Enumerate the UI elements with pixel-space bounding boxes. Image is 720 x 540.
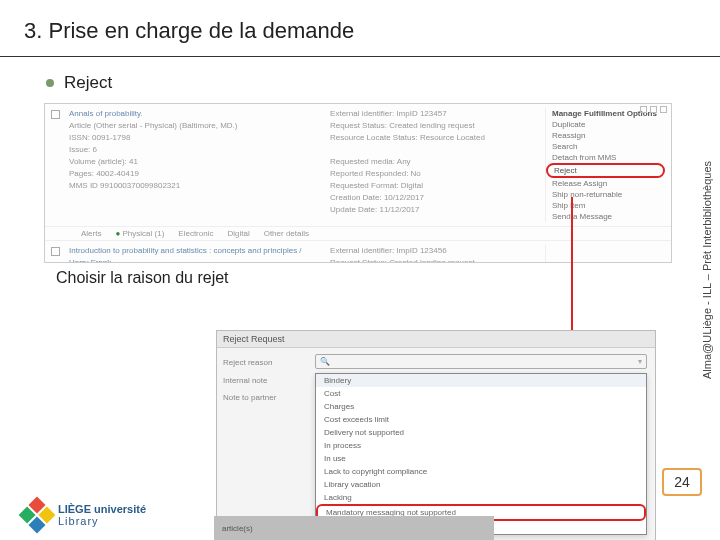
action-detach[interactable]: Detach from MMS: [546, 152, 665, 163]
item1-issue: Issue: 6: [69, 144, 322, 156]
label-note: Note to partner: [223, 389, 301, 407]
item1-creation: Creation Date: 10/12/2017: [330, 192, 541, 204]
label-internal: Internal note: [223, 372, 301, 390]
item1-status: Request Status: Created lending request: [330, 120, 541, 132]
opt-inprocess[interactable]: In process: [316, 439, 646, 452]
opt-cost[interactable]: Cost: [316, 387, 646, 400]
item-tabs: Alerts Physical (1) Electronic Digital O…: [45, 226, 671, 241]
item2-status: Request Status: Created lending request: [330, 257, 541, 263]
action-ship[interactable]: Ship item: [546, 200, 665, 211]
row-checkbox[interactable]: [51, 110, 60, 119]
item1-resp: Reported Responded: No: [330, 168, 541, 180]
bullet-row: Reject: [0, 57, 720, 103]
opt-charges[interactable]: Charges: [316, 400, 646, 413]
tab-electronic[interactable]: Electronic: [178, 229, 213, 238]
label-reason: Reject reason: [223, 354, 301, 372]
tab-other[interactable]: Other details: [264, 229, 309, 238]
slide-title: 3. Prise en charge de la demande: [0, 0, 720, 57]
item1-format: Requested Format: Digital: [330, 180, 541, 192]
bullet-text: Reject: [64, 73, 112, 93]
item1-update: Update Date: 11/12/2017: [330, 204, 541, 216]
opt-lacking[interactable]: Lacking: [316, 491, 646, 504]
window-controls: [640, 106, 667, 113]
page-number: 24: [662, 468, 702, 496]
red-arrow-icon: [571, 197, 573, 337]
tab-alerts[interactable]: Alerts: [81, 229, 101, 238]
tab-digital[interactable]: Digital: [227, 229, 249, 238]
opt-vacation[interactable]: Library vacation: [316, 478, 646, 491]
gray-strip-text: article(s): [222, 524, 253, 533]
gray-strip: article(s): [214, 516, 494, 540]
reason-dropdown[interactable]: Bindery Cost Charges Cost exceeds limit …: [315, 373, 647, 535]
opt-copyright[interactable]: Lack to copyright compliance: [316, 465, 646, 478]
logo-mark-icon: [19, 497, 56, 534]
bullet-dot-icon: [46, 79, 54, 87]
vertical-label: Alma@ULiège - ILL – Prêt Interbibliothèq…: [700, 100, 714, 440]
logo-sub: Library: [58, 515, 146, 527]
item1-mms: MMS ID 991000370099802321: [69, 180, 322, 192]
caption-label: Choisir la raison du rejet: [56, 269, 229, 286]
item2-extid: External identifier: ImpID 123456: [330, 245, 541, 257]
item1-title[interactable]: Annals of probability.: [69, 108, 322, 120]
item1-volume: Volume (article): 41: [69, 156, 322, 168]
item1-subtitle: Article (Other serial - Physical) (Balti…: [69, 120, 322, 132]
opt-bindery[interactable]: Bindery: [316, 374, 646, 387]
opt-delivery[interactable]: Delivery not supported: [316, 426, 646, 439]
action-nonret[interactable]: Ship non-returnable: [546, 189, 665, 200]
action-msg[interactable]: Send a Message: [546, 211, 665, 222]
item1-pages: Pages: 4002-40419: [69, 168, 322, 180]
item1-extid: External identifier: ImpID 123457: [330, 108, 541, 120]
slide-title-text: 3. Prise en charge de la demande: [24, 18, 354, 43]
search-icon: 🔍: [320, 357, 330, 366]
action-reassign[interactable]: Reassign: [546, 130, 665, 141]
vertical-label-text: Alma@ULiège - ILL – Prêt Interbibliothèq…: [701, 161, 713, 379]
reason-search-input[interactable]: 🔍 ▾: [315, 354, 647, 369]
item1-media: Requested media: Any: [330, 156, 541, 168]
chevron-down-icon: ▾: [638, 357, 642, 366]
tab-physical[interactable]: Physical (1): [115, 229, 164, 238]
item1-locate: Resource Locate Status: Resource Located: [330, 132, 541, 144]
opt-cost-limit[interactable]: Cost exceeds limit: [316, 413, 646, 426]
action-release[interactable]: Release Assign: [546, 178, 665, 189]
item1-issn: ISSN: 0091-1798: [69, 132, 322, 144]
logo-main: LIÈGE université: [58, 503, 146, 515]
action-search[interactable]: Search: [546, 141, 665, 152]
item2-title[interactable]: Introduction to probability and statisti…: [69, 245, 322, 263]
dialog-title: Reject Request: [217, 331, 655, 348]
reject-dialog-screenshot: Reject Request Reject reason Internal no…: [216, 330, 656, 540]
row2-checkbox[interactable]: [51, 247, 60, 256]
footer-logo: LIÈGE université Library: [24, 502, 146, 528]
opt-inuse[interactable]: In use: [316, 452, 646, 465]
page-number-text: 24: [674, 474, 690, 490]
action-duplicate[interactable]: Duplicate: [546, 119, 665, 130]
alma-list-screenshot: Annals of probability. Article (Other se…: [44, 103, 672, 263]
action-reject[interactable]: Reject: [546, 163, 665, 178]
caption-text: Choisir la raison du rejet: [0, 269, 720, 287]
